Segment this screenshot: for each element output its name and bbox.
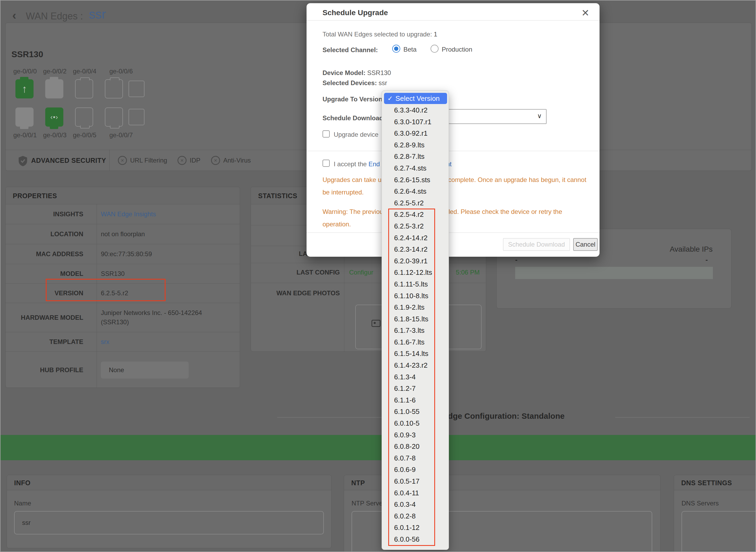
- port-label: ge-0/0/3: [43, 131, 67, 139]
- version-option[interactable]: 6.3.0-92.r1: [382, 128, 449, 139]
- disabled-x-icon: ✕: [177, 156, 186, 165]
- ip-usage-bar: [515, 267, 713, 279]
- info-panel: INFO Name ssr: [7, 475, 332, 548]
- version-option-selected[interactable]: ✓ Select Version: [384, 93, 447, 104]
- total-selected-text: Total WAN Edges selected to upgrade: 1: [323, 31, 437, 38]
- divider: [109, 150, 110, 171]
- security-feature-idp: ✕ IDP: [177, 156, 201, 165]
- dns-title: DNS SETTINGS: [681, 479, 732, 487]
- dns-panel: DNS SETTINGS DNS Servers: [674, 475, 756, 552]
- eula-checkbox[interactable]: [323, 160, 330, 167]
- annotation-version-row: [46, 279, 165, 301]
- port-label: ge-0/0/0: [13, 67, 37, 75]
- cancel-button[interactable]: Cancel: [573, 238, 598, 251]
- divider: [306, 233, 600, 233]
- port-icon[interactable]: [129, 109, 144, 125]
- close-icon[interactable]: ✕: [582, 7, 590, 19]
- port-icon[interactable]: [15, 108, 33, 127]
- back-chevron-icon[interactable]: ‹: [12, 8, 16, 22]
- last-config-label: LAST CONFIG: [275, 269, 340, 276]
- version-option[interactable]: 6.2.6-4.sts: [382, 186, 449, 197]
- schedule-upgrade-modal: Schedule Upgrade ✕ Total WAN Edges selec…: [306, 3, 600, 257]
- available-ips-title: Available IPs: [670, 245, 713, 254]
- port-icon[interactable]: [105, 79, 123, 99]
- divider: [251, 283, 486, 283]
- info-title: INFO: [14, 479, 31, 487]
- radio-production[interactable]: [430, 45, 438, 53]
- port-icon[interactable]: [129, 81, 144, 97]
- security-feature-url-filtering: ✕ URL Filtering: [118, 156, 167, 165]
- device-model-line: Device Model: SSR130: [323, 69, 391, 77]
- port-label: ge-0/0/2: [43, 67, 67, 75]
- schedule-download-button[interactable]: Schedule Download: [503, 238, 570, 251]
- properties-title: PROPERTIES: [13, 192, 57, 200]
- version-option[interactable]: 6.2.8-7.lts: [382, 151, 449, 162]
- last-config-value: Configur: [349, 269, 373, 276]
- upgrade-duration-warning: Upgrades can take up to an hour or more …: [323, 173, 591, 198]
- ips-right-value: -: [706, 256, 708, 264]
- table-row: LOCATION not on floorplan: [6, 224, 240, 244]
- ntp-title: NTP: [351, 479, 365, 487]
- port-label: ge-0/0/5: [73, 131, 96, 139]
- managed-by-mist-banner: Configuration is Managed by Mist: [1, 435, 756, 460]
- schedule-download-label: Schedule Download: [323, 114, 383, 122]
- channel-label: Selected Channel:: [323, 46, 378, 54]
- annotation-version-list: [388, 209, 435, 546]
- version-option[interactable]: 6.2.5-5.r2: [382, 197, 449, 209]
- security-feature-anti-virus: ✕ Anti-Virus: [211, 156, 251, 165]
- divider: [615, 417, 750, 418]
- chevron-down-icon: ∨: [537, 112, 542, 120]
- statistics-title: STATISTICS: [258, 192, 297, 200]
- radio-production-label[interactable]: Production: [442, 46, 472, 53]
- disabled-x-icon: ✕: [118, 156, 127, 165]
- breadcrumb-device-name: ssr: [89, 7, 106, 21]
- dns-servers-label: DNS Servers: [681, 500, 719, 507]
- shield-check-icon: [18, 155, 28, 166]
- version-option[interactable]: 6.3.0-107.r1: [382, 116, 449, 128]
- port-icon[interactable]: [45, 79, 63, 99]
- device-model-title: SSR130: [11, 49, 43, 59]
- ips-left-value: -: [515, 256, 518, 264]
- table-row: TEMPLATE srx: [6, 332, 240, 352]
- photo-icon: [371, 320, 381, 327]
- modal-title: Schedule Upgrade: [323, 8, 388, 17]
- table-row: INSIGHTS WAN Edge Insights: [6, 204, 240, 224]
- port-icon[interactable]: [75, 108, 93, 127]
- breadcrumb[interactable]: WAN Edges :: [26, 11, 83, 22]
- disabled-x-icon: ✕: [211, 156, 220, 165]
- upgrade-to-version-label: Upgrade To Version: [323, 96, 382, 103]
- version-option[interactable]: 6.3.3-40.r2: [382, 105, 449, 116]
- advanced-security-title: ADVANCED SECURITY: [31, 157, 106, 164]
- screenshot-root: ‹ WAN Edges : ssr SSR130 ge-0/0/0ge-0/0/…: [0, 0, 756, 552]
- port-label: ge-0/0/7: [109, 131, 133, 139]
- upgrade-failed-warning: Warning: The previous upgrade operation …: [323, 205, 591, 230]
- check-icon: ✓: [387, 95, 393, 102]
- name-input[interactable]: ssr: [14, 511, 324, 534]
- divider: [306, 151, 600, 151]
- port-icon[interactable]: [105, 108, 123, 127]
- table-row: HARDWARE MODEL Juniper Networks Inc. - 6…: [6, 303, 240, 332]
- last-config-time: 5:06 PM: [456, 269, 480, 276]
- selected-devices-line: Selected Devices: ssr: [323, 79, 387, 87]
- wan-edge-photos-label: WAN EDGE PHOTOS: [276, 289, 340, 297]
- dns-servers-input[interactable]: [681, 511, 756, 552]
- upgrade-device-label[interactable]: Upgrade device: [334, 131, 378, 138]
- radio-beta-label[interactable]: Beta: [403, 46, 416, 53]
- port-icon[interactable]: ‹•›: [45, 108, 63, 127]
- version-option[interactable]: 6.2.7-4.sts: [382, 162, 449, 174]
- name-label: Name: [14, 500, 31, 507]
- port-icon[interactable]: ↑: [15, 79, 33, 99]
- port-label: ge-0/0/6: [109, 67, 133, 75]
- table-row: HUB PROFILE None: [6, 352, 240, 388]
- upgrade-device-checkbox[interactable]: [323, 130, 330, 138]
- port-icon[interactable]: [75, 79, 93, 99]
- table-row: MAC ADDRESS 90:ec:77:35:80:59: [6, 244, 240, 264]
- version-option[interactable]: 6.2.8-9.lts: [382, 139, 449, 151]
- stat-row-label-partial: LA: [299, 250, 307, 258]
- version-option[interactable]: 6.2.6-15.sts: [382, 174, 449, 186]
- port-label: ge-0/0/4: [73, 67, 96, 75]
- port-label: ge-0/0/1: [13, 131, 37, 139]
- radio-beta[interactable]: [392, 45, 400, 53]
